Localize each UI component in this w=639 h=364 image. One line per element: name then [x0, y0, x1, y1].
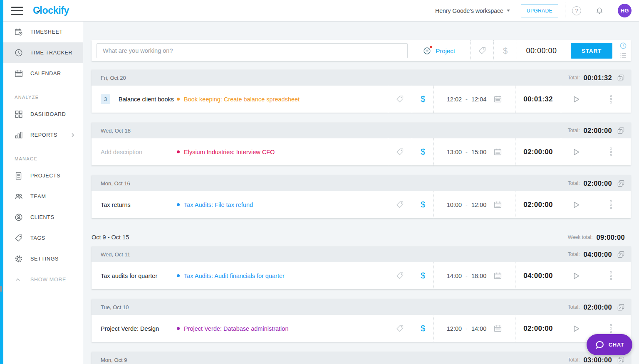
- tag-icon: [396, 200, 404, 209]
- duplicate-edit-icon[interactable]: [617, 127, 625, 135]
- select-project-button[interactable]: Project: [408, 40, 470, 61]
- entry-menu-button[interactable]: [591, 262, 631, 289]
- notifications-bell-icon[interactable]: [595, 6, 604, 15]
- calendar-icon[interactable]: [493, 324, 502, 333]
- entry-end-time[interactable]: 15:00: [471, 149, 486, 155]
- entry-duration[interactable]: 02:00:00: [515, 138, 561, 165]
- calendar-icon[interactable]: [493, 95, 502, 103]
- entry-continue-button[interactable]: [561, 191, 591, 218]
- entry-continue-button[interactable]: [561, 86, 591, 113]
- entry-project[interactable]: Book keeping: Create balance spreadsheet: [177, 96, 300, 103]
- timesheet-icon: [14, 27, 23, 37]
- week-range: Oct 9 - Oct 15: [92, 234, 129, 241]
- description-input[interactable]: [97, 43, 408, 58]
- calendar-icon[interactable]: [493, 200, 502, 209]
- upgrade-button[interactable]: UPGRADE: [521, 4, 558, 17]
- day-group: Mon, Oct 9 Total: 03:00:00: [92, 352, 631, 364]
- sidebar-item-projects[interactable]: PROJECTS: [3, 165, 83, 186]
- total-label: Total:: [568, 180, 580, 186]
- entry-description[interactable]: Project Verde: Design: [101, 325, 159, 332]
- entry-tags-button[interactable]: [388, 138, 412, 165]
- sidebar-item-tags[interactable]: TAGS: [3, 228, 83, 248]
- duplicate-edit-icon[interactable]: [617, 303, 625, 311]
- entry-description[interactable]: Tax returns: [101, 202, 131, 208]
- entry-menu-button[interactable]: [591, 191, 631, 218]
- entry-end-time[interactable]: 12:04: [471, 96, 486, 103]
- entry-continue-button[interactable]: [561, 138, 591, 165]
- play-icon: [571, 147, 582, 157]
- entry-start-time[interactable]: 10:00: [447, 202, 462, 208]
- chat-bubble-icon: [595, 340, 605, 350]
- sidebar-scrollbar-thumb[interactable]: [0, 286, 2, 292]
- team-people-icon: [14, 192, 23, 201]
- sidebar-item-calendar[interactable]: CALENDAR: [3, 63, 83, 84]
- calendar-icon[interactable]: [493, 271, 502, 280]
- entry-start-time[interactable]: 12:02: [447, 96, 462, 103]
- total-label: Total:: [568, 128, 580, 133]
- duplicate-edit-icon[interactable]: [617, 356, 625, 364]
- sidebar-item-dashboard[interactable]: DASHBOARD: [3, 104, 83, 125]
- dollar-icon: $: [421, 200, 425, 209]
- entry-description[interactable]: Tax audits for quarter: [101, 273, 157, 279]
- entry-continue-button[interactable]: [561, 315, 591, 342]
- start-button[interactable]: START: [571, 43, 612, 59]
- entry-start-time[interactable]: 13:00: [447, 149, 462, 155]
- entry-duration[interactable]: 02:00:00: [515, 191, 561, 218]
- duplicate-edit-icon[interactable]: [617, 251, 625, 258]
- workspace-selector[interactable]: Henry Goode's workspace: [435, 7, 510, 14]
- entry-billable-button[interactable]: $: [412, 315, 433, 342]
- entry-billable-button[interactable]: $: [412, 86, 433, 113]
- entry-menu-button[interactable]: [591, 138, 631, 165]
- duplicate-edit-icon[interactable]: [617, 74, 625, 82]
- entry-duration[interactable]: 02:00:00: [515, 315, 561, 342]
- avatar[interactable]: HG: [618, 4, 632, 17]
- sidebar-item-time-tracker[interactable]: TIME TRACKER: [3, 42, 83, 63]
- entry-description-placeholder[interactable]: Add description: [101, 149, 142, 155]
- entry-end-time[interactable]: 18:00: [471, 273, 486, 279]
- duplicate-edit-icon[interactable]: [617, 180, 625, 187]
- sidebar-show-more[interactable]: SHOW MORE: [3, 269, 83, 290]
- sidebar-item-settings[interactable]: SETTINGS: [3, 248, 83, 269]
- hamburger-menu-icon[interactable]: [11, 7, 23, 15]
- entry-tags-button[interactable]: [388, 191, 412, 218]
- entry-billable-button[interactable]: $: [412, 262, 433, 289]
- group-total: 04:00:00: [584, 251, 612, 258]
- sidebar-item-team[interactable]: TEAM: [3, 186, 83, 207]
- entry-tags-button[interactable]: [388, 86, 412, 113]
- sidebar-item-clients[interactable]: CLIENTS: [3, 207, 83, 228]
- calendar-icon[interactable]: [493, 148, 502, 156]
- entry-duration[interactable]: 00:01:32: [515, 86, 561, 113]
- entry-project[interactable]: Elysium Industries: Interview CFO: [177, 149, 275, 155]
- entry-duration[interactable]: 04:00:00: [515, 262, 561, 289]
- entry-billable-button[interactable]: $: [412, 191, 433, 218]
- entry-start-time[interactable]: 12:00: [447, 325, 462, 332]
- entry-end-time[interactable]: 14:00: [471, 325, 486, 332]
- chat-label: CHAT: [609, 342, 624, 348]
- stacked-entries-badge[interactable]: 3: [101, 94, 110, 104]
- clockify-logo[interactable]: Clockify: [33, 5, 69, 16]
- chat-button[interactable]: CHAT: [587, 334, 632, 355]
- entry-menu-button[interactable]: [591, 86, 631, 113]
- billable-button[interactable]: $: [493, 40, 517, 61]
- entry-project[interactable]: Tax Audits: Audit financials for quarter: [177, 273, 285, 279]
- entry-start-time[interactable]: 14:00: [447, 273, 462, 279]
- sidebar-item-timesheet[interactable]: TIMESHEET: [3, 22, 83, 42]
- project-button-label: Project: [436, 47, 455, 54]
- entry-continue-button[interactable]: [561, 262, 591, 289]
- time-entry-row: 3 Balance client books Book keeping: Cre…: [92, 86, 631, 113]
- project-color-dot: [177, 203, 180, 206]
- entry-billable-button[interactable]: $: [412, 138, 433, 165]
- help-icon[interactable]: ?: [572, 6, 581, 15]
- tags-button[interactable]: [470, 40, 493, 61]
- entry-end-time[interactable]: 12:00: [471, 202, 486, 208]
- entry-tags-button[interactable]: [388, 262, 412, 289]
- entry-description[interactable]: Balance client books: [119, 96, 174, 103]
- time-entry-row: Tax audits for quarter Tax Audits: Audit…: [92, 262, 631, 289]
- timer-mode-icon[interactable]: [619, 42, 627, 50]
- tag-icon: [396, 95, 404, 103]
- entry-project[interactable]: Tax Audits: File tax refund: [177, 202, 253, 208]
- entry-tags-button[interactable]: [388, 315, 412, 342]
- entry-project[interactable]: Project Verde: Database administration: [177, 325, 288, 332]
- manual-mode-list-icon[interactable]: [619, 52, 627, 60]
- sidebar-item-reports[interactable]: REPORTS: [3, 125, 83, 145]
